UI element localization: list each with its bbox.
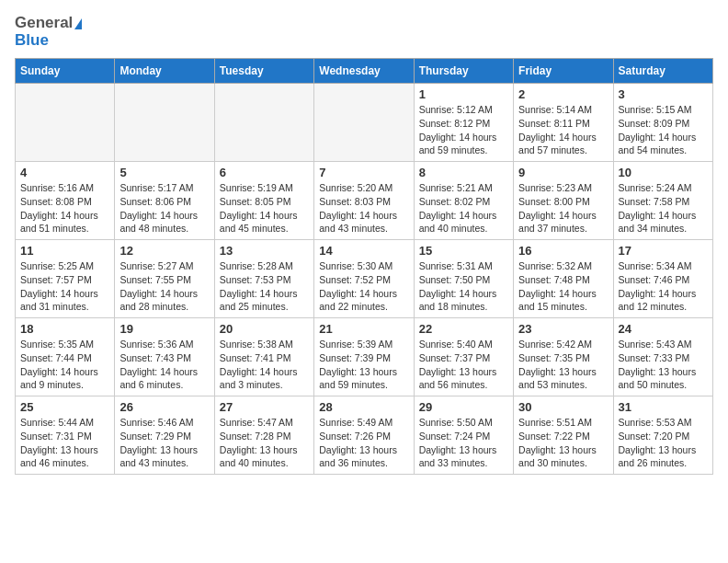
day-number: 20 [220,322,309,336]
day-info: Sunrise: 5:46 AMSunset: 7:29 PMDaylight:… [119,416,209,470]
day-number: 10 [619,166,708,179]
calendar-cell: 31Sunrise: 5:53 AMSunset: 7:20 PMDayligh… [613,396,712,475]
day-number: 25 [20,400,109,414]
calendar-cell [314,84,414,162]
calendar-cell: 5Sunrise: 5:17 AMSunset: 8:06 PMDaylight… [115,162,214,240]
week-row-2: 4Sunrise: 5:16 AMSunset: 8:08 PMDaylight… [16,162,713,240]
day-info: Sunrise: 5:12 AMSunset: 8:12 PMDaylight:… [419,103,508,157]
day-number: 15 [419,244,508,258]
weekday-header-thursday: Thursday [414,59,513,84]
logo-blue: Blue [15,32,49,50]
day-number: 23 [518,322,608,336]
day-number: 5 [119,166,209,179]
calendar-cell: 16Sunrise: 5:32 AMSunset: 7:48 PMDayligh… [514,240,613,318]
day-info: Sunrise: 5:38 AMSunset: 7:41 PMDaylight:… [220,338,309,392]
calendar-cell: 21Sunrise: 5:39 AMSunset: 7:39 PMDayligh… [314,318,414,396]
day-number: 16 [518,244,608,258]
day-info: Sunrise: 5:14 AMSunset: 8:11 PMDaylight:… [518,103,608,157]
calendar-cell: 27Sunrise: 5:47 AMSunset: 7:28 PMDayligh… [214,396,313,475]
day-info: Sunrise: 5:28 AMSunset: 7:53 PMDaylight:… [220,259,309,314]
day-number: 7 [319,166,408,179]
day-info: Sunrise: 5:30 AMSunset: 7:52 PMDaylight:… [319,259,408,314]
calendar-cell: 29Sunrise: 5:50 AMSunset: 7:24 PMDayligh… [414,396,513,475]
calendar-cell: 8Sunrise: 5:21 AMSunset: 8:02 PMDaylight… [414,162,513,240]
day-number: 18 [20,322,109,336]
weekday-header-saturday: Saturday [613,59,712,84]
calendar-cell: 9Sunrise: 5:23 AMSunset: 8:00 PMDaylight… [514,162,613,240]
calendar-cell: 14Sunrise: 5:30 AMSunset: 7:52 PMDayligh… [314,240,414,318]
day-info: Sunrise: 5:32 AMSunset: 7:48 PMDaylight:… [518,259,608,314]
calendar-cell: 20Sunrise: 5:38 AMSunset: 7:41 PMDayligh… [214,318,313,396]
day-info: Sunrise: 5:35 AMSunset: 7:44 PMDaylight:… [20,338,109,392]
day-number: 9 [518,166,608,179]
day-number: 14 [319,244,408,258]
day-info: Sunrise: 5:49 AMSunset: 7:26 PMDaylight:… [319,416,408,470]
day-info: Sunrise: 5:16 AMSunset: 8:08 PMDaylight:… [20,181,109,236]
day-number: 29 [419,400,508,414]
day-number: 6 [220,166,309,179]
day-info: Sunrise: 5:17 AMSunset: 8:06 PMDaylight:… [119,181,209,236]
day-info: Sunrise: 5:53 AMSunset: 7:20 PMDaylight:… [619,416,708,470]
calendar-cell: 4Sunrise: 5:16 AMSunset: 8:08 PMDaylight… [16,162,115,240]
page-header: General Blue [15,15,713,49]
week-row-5: 25Sunrise: 5:44 AMSunset: 7:31 PMDayligh… [16,396,713,475]
weekday-header-tuesday: Tuesday [214,59,313,84]
calendar-cell: 19Sunrise: 5:36 AMSunset: 7:43 PMDayligh… [115,318,214,396]
calendar-table: SundayMondayTuesdayWednesdayThursdayFrid… [15,58,713,475]
calendar-cell: 6Sunrise: 5:19 AMSunset: 8:05 PMDaylight… [214,162,313,240]
day-number: 13 [220,244,309,258]
day-info: Sunrise: 5:24 AMSunset: 7:58 PMDaylight:… [619,181,708,236]
day-number: 22 [419,322,508,336]
logo-general: General [15,15,82,32]
calendar-cell: 25Sunrise: 5:44 AMSunset: 7:31 PMDayligh… [16,396,115,475]
calendar-cell [214,84,313,162]
day-info: Sunrise: 5:42 AMSunset: 7:35 PMDaylight:… [518,338,608,392]
day-info: Sunrise: 5:19 AMSunset: 8:05 PMDaylight:… [220,181,309,236]
day-info: Sunrise: 5:40 AMSunset: 7:37 PMDaylight:… [419,338,508,392]
calendar-cell: 12Sunrise: 5:27 AMSunset: 7:55 PMDayligh… [115,240,214,318]
calendar-cell: 10Sunrise: 5:24 AMSunset: 7:58 PMDayligh… [613,162,712,240]
day-number: 4 [20,166,109,179]
calendar-cell: 26Sunrise: 5:46 AMSunset: 7:29 PMDayligh… [115,396,214,475]
calendar-cell: 22Sunrise: 5:40 AMSunset: 7:37 PMDayligh… [414,318,513,396]
calendar-cell [115,84,214,162]
calendar-cell: 30Sunrise: 5:51 AMSunset: 7:22 PMDayligh… [514,396,613,475]
calendar-cell: 18Sunrise: 5:35 AMSunset: 7:44 PMDayligh… [16,318,115,396]
weekday-header-friday: Friday [514,59,613,84]
day-number: 27 [220,400,309,414]
day-info: Sunrise: 5:36 AMSunset: 7:43 PMDaylight:… [119,338,209,392]
day-number: 21 [319,322,408,336]
day-info: Sunrise: 5:15 AMSunset: 8:09 PMDaylight:… [619,103,708,157]
calendar-cell: 7Sunrise: 5:20 AMSunset: 8:03 PMDaylight… [314,162,414,240]
calendar-cell: 1Sunrise: 5:12 AMSunset: 8:12 PMDaylight… [414,84,513,162]
week-row-3: 11Sunrise: 5:25 AMSunset: 7:57 PMDayligh… [16,240,713,318]
day-number: 24 [619,322,708,336]
day-number: 28 [319,400,408,414]
day-number: 11 [20,244,109,258]
day-info: Sunrise: 5:47 AMSunset: 7:28 PMDaylight:… [220,416,309,470]
calendar-cell: 3Sunrise: 5:15 AMSunset: 8:09 PMDaylight… [613,84,712,162]
day-info: Sunrise: 5:27 AMSunset: 7:55 PMDaylight:… [119,259,209,314]
day-number: 19 [119,322,209,336]
day-info: Sunrise: 5:51 AMSunset: 7:22 PMDaylight:… [518,416,608,470]
day-number: 8 [419,166,508,179]
day-number: 2 [518,87,608,101]
logo: General Blue [15,15,82,49]
day-info: Sunrise: 5:50 AMSunset: 7:24 PMDaylight:… [419,416,508,470]
day-info: Sunrise: 5:25 AMSunset: 7:57 PMDaylight:… [20,259,109,314]
calendar-cell: 17Sunrise: 5:34 AMSunset: 7:46 PMDayligh… [613,240,712,318]
calendar-cell: 23Sunrise: 5:42 AMSunset: 7:35 PMDayligh… [514,318,613,396]
week-row-4: 18Sunrise: 5:35 AMSunset: 7:44 PMDayligh… [16,318,713,396]
calendar-cell: 24Sunrise: 5:43 AMSunset: 7:33 PMDayligh… [613,318,712,396]
day-info: Sunrise: 5:20 AMSunset: 8:03 PMDaylight:… [319,181,408,236]
week-row-1: 1Sunrise: 5:12 AMSunset: 8:12 PMDaylight… [16,84,713,162]
weekday-header-row: SundayMondayTuesdayWednesdayThursdayFrid… [16,59,713,84]
day-info: Sunrise: 5:21 AMSunset: 8:02 PMDaylight:… [419,181,508,236]
weekday-header-wednesday: Wednesday [314,59,414,84]
day-number: 30 [518,400,608,414]
day-number: 26 [119,400,209,414]
day-info: Sunrise: 5:44 AMSunset: 7:31 PMDaylight:… [20,416,109,470]
day-info: Sunrise: 5:39 AMSunset: 7:39 PMDaylight:… [319,338,408,392]
calendar-cell [16,84,115,162]
day-number: 1 [419,87,508,101]
